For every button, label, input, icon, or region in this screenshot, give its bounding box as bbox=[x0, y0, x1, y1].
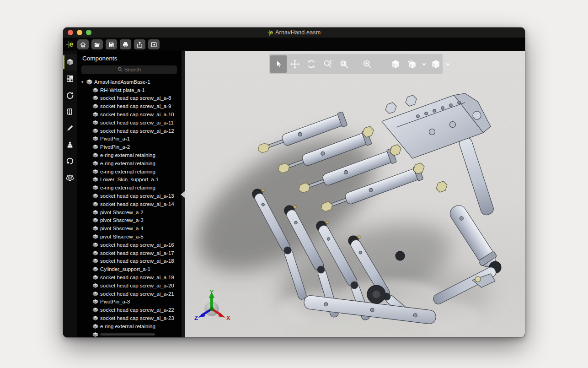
chevron-down-icon[interactable] bbox=[444, 55, 451, 73]
layouts-icon bbox=[66, 75, 74, 83]
part-icon bbox=[92, 120, 98, 125]
open-folder-button[interactable] bbox=[91, 39, 103, 49]
sidebar-item-layouts[interactable] bbox=[63, 70, 77, 87]
select-tool-button[interactable] bbox=[270, 55, 287, 73]
tree-item-label: PivotPin_a-1 bbox=[100, 136, 130, 141]
zoom-in-out-icon bbox=[322, 58, 334, 70]
sidebar-item-markup[interactable] bbox=[63, 120, 77, 136]
tree-item[interactable]: socket head cap screw_ai_a-17 bbox=[77, 249, 182, 257]
sidebar-item-measure[interactable] bbox=[63, 169, 77, 186]
chevron-down-icon[interactable] bbox=[420, 55, 428, 73]
collapse-panel-arrow[interactable] bbox=[181, 191, 185, 198]
view-orientation-icon bbox=[390, 58, 401, 70]
tree-item[interactable]: socket head cap screw_ai_a-16 bbox=[77, 241, 182, 249]
part-icon bbox=[92, 185, 98, 190]
share-button[interactable] bbox=[134, 39, 145, 49]
view-orientation-tool-button[interactable] bbox=[387, 55, 404, 73]
tree-item-label: ArnavHandAssmBase-1 bbox=[94, 79, 150, 85]
render-style-tool-button[interactable] bbox=[404, 55, 420, 73]
tree-item[interactable]: Lower_Skin_support_a-1 bbox=[77, 176, 182, 184]
print-icon bbox=[122, 41, 129, 48]
tree-item-label: socket head cap screw_ai_a-14 bbox=[100, 201, 174, 207]
zoom-fit-tool-button[interactable] bbox=[359, 55, 375, 73]
sidebar-item-reset-view[interactable] bbox=[63, 153, 77, 169]
tree-item[interactable]: socket head cap screw_ai_a-10 bbox=[77, 110, 182, 119]
search-input[interactable] bbox=[81, 65, 177, 74]
tree-item[interactable]: e-ring external retaining bbox=[77, 159, 182, 168]
sidebar-item-section[interactable] bbox=[63, 103, 77, 120]
tree-item[interactable]: PivotPin_a-1 bbox=[77, 135, 182, 143]
tree-item-label: e-ring external retaining bbox=[100, 161, 155, 166]
zoom-window-button[interactable] bbox=[86, 30, 91, 35]
tree-item[interactable]: pivot Shscrew_a-4 bbox=[77, 224, 182, 233]
stamp-icon bbox=[66, 141, 74, 149]
part-icon bbox=[92, 103, 98, 109]
disclosure-triangle-icon[interactable]: ▾ bbox=[81, 80, 86, 84]
pan-tool-button[interactable] bbox=[287, 55, 303, 73]
tree-item-label: socket head cap screw_ai_a-16 bbox=[100, 242, 174, 248]
tree-item[interactable]: e-ring external retaining bbox=[77, 322, 182, 330]
tree-item[interactable]: socket head cap screw_ai_a-8 bbox=[77, 94, 182, 103]
display-mode-tool-button[interactable] bbox=[428, 55, 444, 73]
save-button[interactable] bbox=[106, 39, 117, 49]
close-window-button[interactable] bbox=[68, 30, 73, 35]
tree-root-item[interactable]: ▾ArnavHandAssmBase-1 bbox=[77, 78, 182, 86]
tree-item[interactable]: socket head cap screw_ai_a-11 bbox=[77, 119, 182, 127]
part-icon bbox=[92, 266, 98, 272]
tree-item[interactable]: pivot Shscrew_a-2 bbox=[77, 208, 182, 216]
sidebar-item-stamp[interactable] bbox=[63, 136, 77, 153]
tree-item[interactable]: socket head cap screw_ai_a-18 bbox=[77, 257, 182, 265]
tree-item[interactable]: RH-Wrist plate_a-1 bbox=[77, 86, 182, 94]
tree-item[interactable]: socket head cap screw_ai_a-9 bbox=[77, 102, 182, 110]
part-icon bbox=[92, 234, 98, 239]
toggle-panel-icon bbox=[150, 41, 157, 48]
part-icon bbox=[92, 291, 98, 297]
measure-icon bbox=[66, 173, 74, 182]
tree-item-label: e-ring external retaining bbox=[100, 169, 155, 174]
tree-item[interactable]: socket head cap screw_ai_a-12 bbox=[77, 127, 182, 135]
titlebar: -|e ArnavHand.easm bbox=[63, 27, 525, 38]
tree-item[interactable]: pivot Shscrew_a-3 bbox=[77, 216, 182, 225]
tree-item[interactable]: PivotPin_a-2 bbox=[77, 143, 182, 151]
tree-item[interactable]: socket head cap screw_ai_a-19 bbox=[77, 273, 182, 281]
part-icon bbox=[92, 242, 98, 248]
rotate-tool-button[interactable] bbox=[303, 55, 320, 73]
sidebar-item-animate[interactable] bbox=[63, 87, 77, 103]
tree-item[interactable]: socket head cap screw_ai_a-13 bbox=[77, 192, 182, 200]
tree-item[interactable]: socket head cap screw_ai_a-14 bbox=[77, 200, 182, 208]
tree-item-label: PivotPin_a-3 bbox=[100, 299, 130, 304]
tree-item-label: pivot Shscrew_a-4 bbox=[100, 226, 144, 231]
tree-item[interactable]: socket head cap screw_ai_a-21 bbox=[77, 290, 182, 298]
view-toolbar bbox=[269, 54, 443, 74]
toggle-panel-button[interactable] bbox=[148, 39, 160, 49]
tree-item[interactable]: socket head cap screw_ai_a-23 bbox=[77, 314, 182, 322]
part-icon bbox=[92, 324, 98, 329]
tree-item[interactable]: PivotPin_a-3 bbox=[77, 298, 182, 306]
zoom-area-tool-button[interactable] bbox=[336, 55, 353, 73]
tree-item[interactable]: Cylinder_support_a-1 bbox=[77, 265, 182, 273]
tree-item[interactable]: e-ring external retaining bbox=[77, 184, 182, 192]
render-style-icon bbox=[406, 58, 418, 70]
sidebar-item-components[interactable] bbox=[63, 54, 77, 70]
tree-item-label: Lower_Skin_support_a-1 bbox=[100, 177, 159, 182]
tree-item[interactable]: pivot Shscrew_a-5 bbox=[77, 233, 182, 241]
rotate-icon bbox=[305, 58, 317, 70]
tree-item-label: socket head cap screw_ai_a-21 bbox=[100, 291, 174, 297]
tree-item-label: e-ring external retaining bbox=[100, 324, 155, 329]
tree-item[interactable]: e-ring external retaining bbox=[77, 151, 182, 159]
part-icon bbox=[92, 193, 98, 199]
zoom-in-out-tool-button[interactable] bbox=[320, 55, 336, 73]
section-icon bbox=[66, 108, 74, 116]
tree-item[interactable]: e-ring external retaining bbox=[77, 168, 182, 176]
print-button[interactable] bbox=[120, 39, 131, 49]
tree-item-label: pivot Shscrew_a-5 bbox=[100, 234, 144, 239]
part-icon bbox=[92, 299, 98, 304]
tree-item[interactable]: socket head cap screw_ai_a-22 bbox=[77, 306, 182, 314]
tree-item[interactable]: socket head cap screw_ai_a-20 bbox=[77, 281, 182, 290]
3d-viewport[interactable]: Z X bbox=[185, 51, 525, 337]
main-area: Components Search ▾ArnavHandAssmBase-1RH… bbox=[63, 51, 525, 337]
tree-item-label: socket head cap screw_ai_a-12 bbox=[100, 128, 174, 134]
home-button[interactable] bbox=[77, 39, 89, 49]
part-icon bbox=[92, 112, 98, 117]
minimize-window-button[interactable] bbox=[77, 30, 82, 35]
